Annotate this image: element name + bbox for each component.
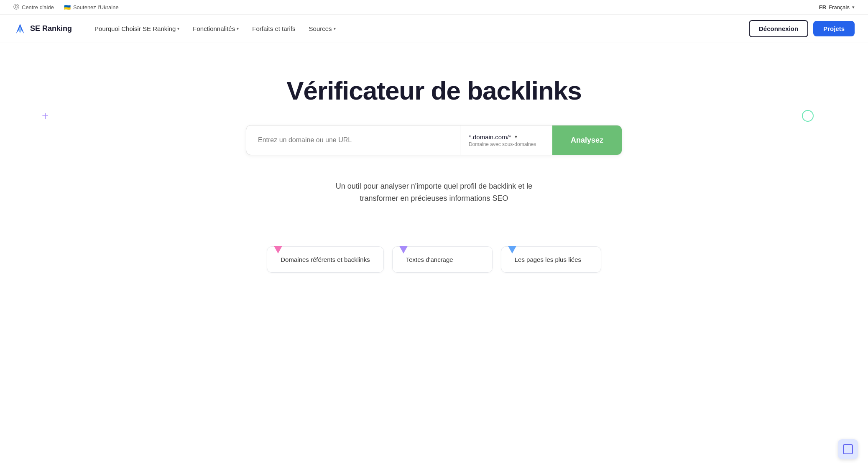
- subtitle-line1: Un outil pour analyser n'importe quel pr…: [336, 182, 533, 190]
- nav-item-pourquoi[interactable]: Pourquoi Choisir SE Ranking ▾: [89, 22, 185, 36]
- hero-subtitle: Un outil pour analyser n'importe quel pr…: [336, 180, 533, 205]
- help-link[interactable]: ⓪ Centre d'aide: [13, 3, 54, 11]
- logo[interactable]: SE Ranking: [13, 22, 72, 36]
- navbar: SE Ranking Pourquoi Choisir SE Ranking ▾…: [0, 15, 868, 43]
- nav-item-sources[interactable]: Sources ▾: [303, 22, 342, 36]
- domain-selector-top: *.domain.com/* ▾: [469, 133, 544, 141]
- search-container: *.domain.com/* ▾ Domaine avec sous-domai…: [246, 125, 622, 155]
- help-label: Centre d'aide: [22, 4, 54, 10]
- feature-tag-blue-icon: [508, 246, 516, 253]
- analyze-button[interactable]: Analysez: [552, 125, 622, 155]
- chevron-down-icon: ▾: [177, 26, 179, 31]
- feature-tag-pink-icon: [274, 246, 282, 253]
- lang-code: FR: [819, 4, 826, 10]
- search-input[interactable]: [246, 125, 460, 155]
- deconnexion-button[interactable]: Déconnexion: [749, 20, 808, 37]
- top-bar: ⓪ Centre d'aide 🇺🇦 Soutenez l'Ukraine FR…: [0, 0, 868, 15]
- ukraine-link[interactable]: 🇺🇦 Soutenez l'Ukraine: [64, 4, 119, 10]
- features-row: Domaines référents et backlinks Textes d…: [0, 246, 868, 289]
- deco-plus-icon: +: [42, 110, 49, 122]
- chevron-down-icon: ▾: [334, 26, 336, 31]
- domain-sub: Domaine avec sous-domaines: [469, 141, 544, 147]
- feature-card-textes[interactable]: Textes d'ancrage: [392, 246, 493, 273]
- feature-card-domaines[interactable]: Domaines référents et backlinks: [267, 246, 383, 273]
- chat-widget[interactable]: [838, 439, 858, 459]
- lang-chevron-icon[interactable]: ▾: [852, 5, 855, 10]
- nav-right: Déconnexion Projets: [749, 20, 855, 37]
- nav-item-fonctionnalites[interactable]: Fonctionnalités ▾: [187, 22, 245, 36]
- help-icon: ⓪: [13, 3, 19, 11]
- domain-chevron-icon: ▾: [515, 134, 517, 140]
- hero-section: + Vérificateur de backlinks *.domain.com…: [0, 43, 868, 246]
- feature-label-pages: Les pages les plus liées: [515, 256, 581, 263]
- top-bar-right: FR Français ▾: [819, 4, 855, 10]
- hero-title: Vérificateur de backlinks: [286, 77, 582, 105]
- logo-text: SE Ranking: [30, 24, 72, 33]
- lang-name: Français: [829, 4, 850, 10]
- deco-circle-icon: [802, 110, 814, 122]
- ukraine-flag-icon: 🇺🇦: [64, 4, 71, 10]
- chat-widget-icon: [843, 444, 853, 454]
- domain-value: *.domain.com/*: [469, 133, 511, 141]
- logo-icon: [13, 22, 27, 36]
- projets-button[interactable]: Projets: [813, 21, 855, 36]
- ukraine-label: Soutenez l'Ukraine: [73, 4, 119, 10]
- top-bar-left: ⓪ Centre d'aide 🇺🇦 Soutenez l'Ukraine: [13, 3, 119, 11]
- nav-item-forfaits[interactable]: Forfaits et tarifs: [246, 22, 301, 36]
- nav-links: Pourquoi Choisir SE Ranking ▾ Fonctionna…: [89, 22, 749, 36]
- feature-tag-purple-icon: [399, 246, 408, 253]
- subtitle-line2: transformer en précieuses informations S…: [360, 194, 508, 202]
- feature-label-domaines: Domaines référents et backlinks: [281, 256, 370, 263]
- feature-label-textes: Textes d'ancrage: [406, 256, 453, 263]
- chevron-down-icon: ▾: [237, 26, 239, 31]
- domain-selector[interactable]: *.domain.com/* ▾ Domaine avec sous-domai…: [460, 125, 552, 155]
- feature-card-pages[interactable]: Les pages les plus liées: [501, 246, 601, 273]
